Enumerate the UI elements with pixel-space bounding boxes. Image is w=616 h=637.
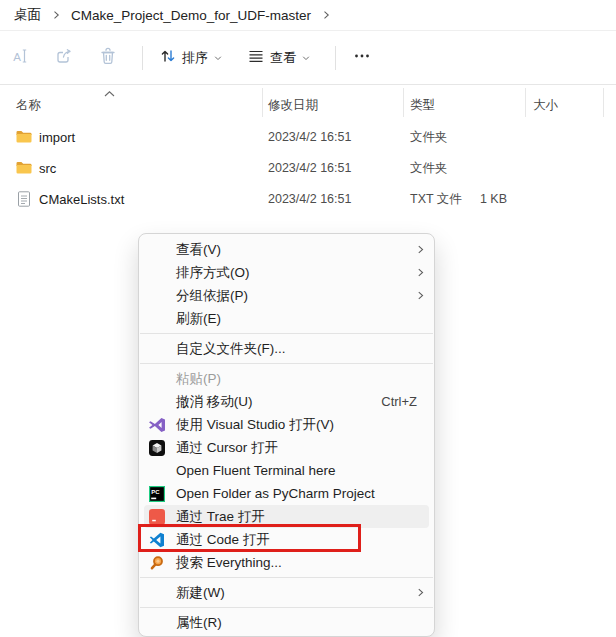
menu-item-属性-r-[interactable]: 属性(R) xyxy=(139,611,434,634)
view-label: 查看 xyxy=(270,49,296,67)
menu-item-label: 分组依据(P) xyxy=(176,287,415,305)
file-date-modified: 2023/4/2 16:51 xyxy=(268,161,351,175)
breadcrumb-item-folder[interactable]: CMake_Project_Demo_for_UDF-master xyxy=(71,8,311,23)
menu-separator xyxy=(140,363,433,364)
everything-icon xyxy=(149,555,165,571)
menu-item-label: 使用 Visual Studio 打开(V) xyxy=(176,416,424,434)
pycharm-icon: PC xyxy=(149,486,165,502)
menu-item-label: Open Folder as PyCharm Project xyxy=(176,486,424,501)
menu-item-label: 属性(R) xyxy=(176,614,424,632)
column-divider[interactable] xyxy=(603,88,604,117)
toolbar-divider xyxy=(142,46,143,70)
menu-item-open-folder-as-pycharm-project[interactable]: PCOpen Folder as PyCharm Project xyxy=(139,482,434,505)
menu-separator xyxy=(140,577,433,578)
column-header-name[interactable]: 名称 xyxy=(16,97,41,114)
chevron-right-icon[interactable] xyxy=(320,9,332,21)
file-row-CMakeLists.txt[interactable]: CMakeLists.txt2023/4/2 16:51TXT 文件1 KB xyxy=(0,184,616,214)
file-date-modified: 2023/4/2 16:51 xyxy=(268,192,351,206)
menu-item-使用-visual-studio-打开-v-[interactable]: 使用 Visual Studio 打开(V) xyxy=(139,413,434,436)
submenu-arrow-icon xyxy=(415,244,426,255)
sort-icon xyxy=(159,47,177,68)
view-icon xyxy=(247,47,265,68)
submenu-arrow-icon xyxy=(415,587,426,598)
column-header-size[interactable]: 大小 xyxy=(533,97,558,114)
menu-item-label: Open Fluent Terminal here xyxy=(176,463,424,478)
trash-icon xyxy=(98,46,118,69)
more-options-button[interactable] xyxy=(344,41,380,75)
column-divider[interactable] xyxy=(262,88,263,117)
menu-item-label: 通过 Cursor 打开 xyxy=(176,439,424,457)
file-list-header: 名称 修改日期 类型 大小 xyxy=(0,85,616,118)
file-type: 文件夹 xyxy=(410,160,448,177)
menu-item-open-fluent-terminal-here[interactable]: Open Fluent Terminal here xyxy=(139,459,434,482)
sort-button[interactable]: 排序 xyxy=(151,40,231,75)
file-size: 1 KB xyxy=(443,192,507,206)
sort-label: 排序 xyxy=(182,49,208,67)
menu-item-label: 通过 Code 打开 xyxy=(176,531,424,549)
file-name: src xyxy=(39,161,56,176)
menu-item-通过-cursor-打开[interactable]: 通过 Cursor 打开 xyxy=(139,436,434,459)
menu-item-粘贴-p-: 粘贴(P) xyxy=(139,367,434,390)
share-icon xyxy=(54,46,74,69)
menu-item-label: 排序方式(O) xyxy=(176,264,415,282)
view-button[interactable]: 查看 xyxy=(239,40,319,75)
breadcrumb: 桌面 CMake_Project_Demo_for_UDF-master xyxy=(0,0,616,31)
submenu-arrow-icon xyxy=(415,290,426,301)
text-file-icon xyxy=(15,190,33,208)
menu-item-通过-code-打开[interactable]: 通过 Code 打开 xyxy=(139,528,434,551)
folder-icon xyxy=(15,159,33,177)
menu-item-通过-trae-打开[interactable]: 通过 Trae 打开 xyxy=(144,505,429,528)
menu-item-撤消-移动-u-[interactable]: 撤消 移动(U)Ctrl+Z xyxy=(139,390,434,413)
menu-item-label: 通过 Trae 打开 xyxy=(176,508,424,526)
menu-separator xyxy=(140,333,433,334)
sort-ascending-caret-icon xyxy=(104,86,115,100)
chevron-down-icon xyxy=(213,53,223,63)
menu-item-shortcut: Ctrl+Z xyxy=(381,394,417,409)
trae-icon xyxy=(149,509,165,525)
menu-item-分组依据-p-[interactable]: 分组依据(P) xyxy=(139,284,434,307)
file-type: 文件夹 xyxy=(410,129,448,146)
chevron-right-icon[interactable] xyxy=(50,9,62,21)
file-name: import xyxy=(39,130,75,145)
menu-item-搜索-everything-[interactable]: 搜索 Everything... xyxy=(139,551,434,574)
file-name: CMakeLists.txt xyxy=(39,192,124,207)
menu-item-刷新-e-[interactable]: 刷新(E) xyxy=(139,307,434,330)
file-date-modified: 2023/4/2 16:51 xyxy=(268,130,351,144)
context-menu: 查看(V)排序方式(O)分组依据(P)刷新(E)自定义文件夹(F)...粘贴(P… xyxy=(138,233,435,637)
visual-studio-icon xyxy=(149,417,165,433)
menu-item-自定义文件夹-f-[interactable]: 自定义文件夹(F)... xyxy=(139,337,434,360)
cursor-icon xyxy=(149,440,165,456)
column-divider[interactable] xyxy=(525,88,526,117)
rename-icon: A xyxy=(10,46,30,69)
menu-separator xyxy=(140,607,433,608)
svg-text:PC: PC xyxy=(151,488,160,494)
breadcrumb-item-desktop[interactable]: 桌面 xyxy=(14,6,41,24)
rename-button[interactable]: A xyxy=(2,40,38,76)
column-header-type[interactable]: 类型 xyxy=(410,97,435,114)
vscode-icon xyxy=(149,532,165,548)
svg-text:A: A xyxy=(13,51,21,63)
menu-item-label: 粘贴(P) xyxy=(176,370,424,388)
menu-item-label: 查看(V) xyxy=(176,241,415,259)
menu-item-label: 刷新(E) xyxy=(176,310,424,328)
menu-item-label: 撤消 移动(U) xyxy=(176,393,381,411)
column-header-date-modified[interactable]: 修改日期 xyxy=(268,97,318,114)
chevron-down-icon xyxy=(301,53,311,63)
ellipsis-icon xyxy=(352,46,372,69)
toolbar: A 排序 xyxy=(0,31,616,85)
folder-icon xyxy=(15,128,33,146)
delete-button[interactable] xyxy=(90,40,126,76)
menu-item-查看-v-[interactable]: 查看(V) xyxy=(139,238,434,261)
file-row-src[interactable]: src2023/4/2 16:51文件夹 xyxy=(0,153,616,183)
submenu-arrow-icon xyxy=(415,267,426,278)
menu-item-label: 搜索 Everything... xyxy=(176,554,424,572)
menu-item-新建-w-[interactable]: 新建(W) xyxy=(139,581,434,604)
menu-item-label: 自定义文件夹(F)... xyxy=(176,340,424,358)
menu-item-排序方式-o-[interactable]: 排序方式(O) xyxy=(139,261,434,284)
menu-item-label: 新建(W) xyxy=(176,584,415,602)
column-divider[interactable] xyxy=(403,88,404,117)
file-row-import[interactable]: import2023/4/2 16:51文件夹 xyxy=(0,122,616,152)
share-button[interactable] xyxy=(46,40,82,76)
toolbar-divider xyxy=(335,46,336,70)
